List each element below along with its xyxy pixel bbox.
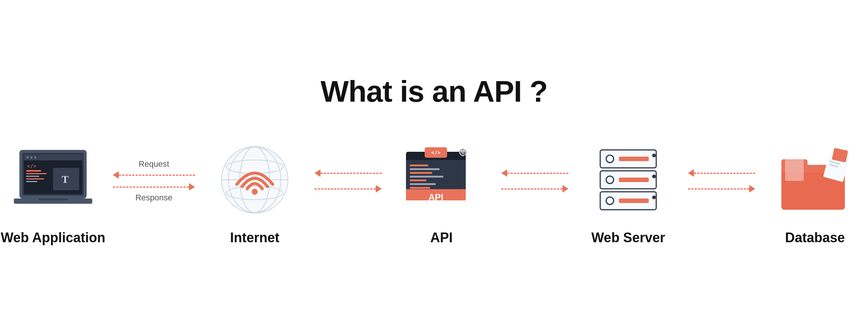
arrow-row-3b [501,185,568,193]
diagram: </> T Web Application Request [0,139,868,246]
arrow-row-4b [688,185,755,193]
svg-rect-34 [410,187,430,189]
arrow-row-3a [501,169,568,177]
connector-4 [688,167,755,195]
svg-rect-31 [410,176,443,178]
dashed-line-4a [694,173,755,174]
arrow-row-right [113,183,195,191]
svg-rect-3 [24,154,82,160]
arrowhead-right-1 [189,183,195,191]
svg-text:T: T [62,173,69,185]
internet-icon [217,139,292,221]
request-label: Request [139,159,169,169]
svg-rect-10 [26,176,39,177]
connector-3 [501,167,568,195]
node-database: Database [755,139,868,246]
web-server-icon [593,139,664,221]
svg-point-4 [27,156,29,159]
svg-rect-43 [465,151,466,154]
svg-point-24 [252,189,258,195]
svg-text:</>: </> [431,150,440,156]
dashed-line-4b [688,188,749,190]
svg-rect-11 [26,178,44,179]
database-label: Database [785,230,845,246]
svg-rect-33 [410,183,436,185]
arrow-row-2b [314,185,382,193]
svg-point-6 [34,156,36,159]
svg-rect-28 [410,164,428,166]
svg-rect-42 [459,151,461,154]
api-icon: </> API [402,139,481,221]
page-title: What is an API ? [320,74,548,109]
svg-rect-60 [619,199,649,203]
web-application-icon: </> T [12,139,94,221]
svg-rect-9 [26,173,47,174]
dashed-line-2b [314,188,376,190]
svg-rect-29 [410,168,440,170]
svg-point-53 [652,154,656,157]
svg-rect-30 [410,172,432,174]
arrow-row-4a [688,169,755,177]
web-application-label: Web Application [1,230,105,246]
svg-rect-56 [619,178,649,182]
dashed-line-2a [320,173,382,174]
connector-2 [314,167,382,195]
api-label: API [430,230,453,246]
svg-point-5 [30,156,32,159]
svg-rect-16 [38,199,68,200]
svg-rect-70 [785,157,804,181]
node-web-server: Web Server [568,139,688,246]
arrow-row-2a [314,169,382,177]
svg-rect-8 [26,170,41,172]
svg-rect-52 [619,157,649,161]
svg-text:API: API [428,192,443,202]
svg-rect-40 [462,149,464,151]
arrowhead-left-2 [314,169,320,177]
arrowhead-left-1 [113,171,119,179]
arrowhead-right-2 [376,185,382,193]
connector-1: Request Response [113,169,195,193]
dashed-line-1b [113,187,189,188]
response-label: Response [135,193,172,203]
dashed-line-3a [507,173,568,174]
svg-point-57 [652,175,656,178]
dashed-line-1a [119,175,195,176]
svg-rect-41 [462,154,464,156]
arrowhead-left-4 [688,169,694,177]
node-web-application: </> T Web Application [0,139,113,246]
node-api: </> API A [382,139,501,246]
svg-point-39 [461,151,464,154]
database-icon [778,139,852,221]
arrow-row-left [113,171,195,179]
arrowhead-left-3 [501,169,507,177]
node-internet: Internet [195,139,314,246]
web-server-label: Web Server [591,230,665,246]
svg-rect-12 [26,181,37,182]
dashed-line-3b [501,188,562,190]
internet-label: Internet [230,230,279,246]
svg-rect-32 [410,179,427,181]
svg-text:</>: </> [27,163,36,169]
arrowhead-right-3 [562,185,568,193]
svg-point-61 [652,196,656,199]
arrowhead-right-4 [749,185,755,193]
